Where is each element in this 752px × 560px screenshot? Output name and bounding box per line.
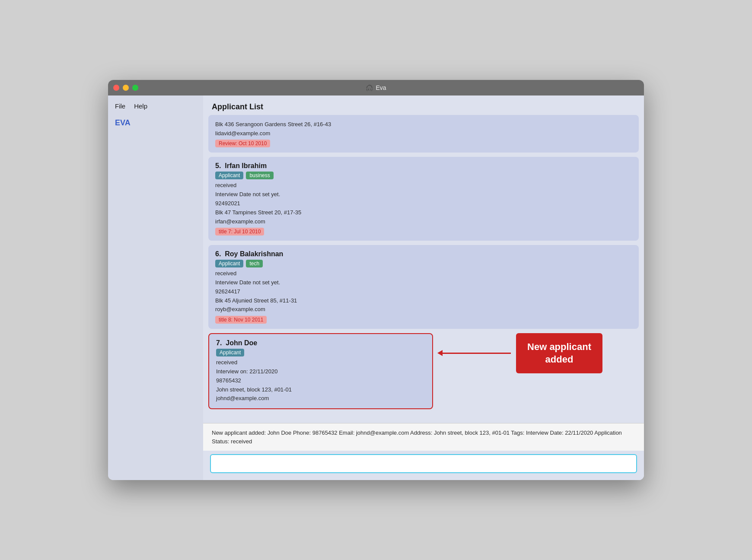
card-status-6: received [215,269,632,278]
status-message: New applicant added: John Doe Phone: 987… [212,430,622,445]
applicant-card-7-container: 7. John Doe Applicant received Interview… [208,333,433,414]
minimize-button[interactable] [123,85,129,91]
app-window: 🎧 Eva File Help EVA Applicant List Blk 4… [108,80,644,480]
card-email-6: royb@example.com [215,305,632,314]
applicant-list: Blk 436 Serangoon Gardens Street 26, #16… [203,115,644,423]
card-phone-6: 92624417 [215,287,632,296]
status-bar: New applicant added: John Doe Phone: 987… [203,423,644,451]
new-applicant-label: New applicantadded [516,333,602,373]
traffic-lights [113,85,138,91]
page-title: Applicant List [203,95,644,115]
menubar: File Help [108,99,203,113]
tag-business-5: business [246,172,273,179]
card-address-6: Blk 45 Aljunied Street 85, #11-31 [215,296,632,305]
card-address-1: Blk 436 Serangoon Gardens Street 26, #16… [215,120,632,129]
new-applicant-annotation: New applicantadded [433,333,639,373]
tag-tech-6: tech [246,260,263,267]
card-phone-7: 98765432 [216,376,425,385]
card-date-5: title 7: Jul 10 2010 [215,228,264,235]
input-bar [203,451,644,480]
sidebar-brand: EVA [108,113,203,133]
card-status-7: received [216,358,425,367]
card-date-6: title 8: Nov 10 2011 [215,316,267,324]
command-input[interactable] [210,454,637,473]
applicant-card-7[interactable]: 7. John Doe Applicant received Interview… [208,333,433,409]
applicant-card-1[interactable]: Blk 436 Serangoon Gardens Street 26, #16… [208,115,639,153]
card-email-7: johnd@example.com [216,394,425,403]
tag-applicant-5: Applicant [215,172,243,179]
window-body: File Help EVA Applicant List Blk 436 Ser… [108,95,644,480]
menu-file[interactable]: File [115,102,125,110]
card-interview-7: Interview on: 22/11/2020 [216,367,425,376]
card-address-5: Blk 47 Tampines Street 20, #17-35 [215,208,632,217]
card-name-6: 6. Roy Balakrishnan [215,250,632,258]
card-address-7: John street, block 123, #01-01 [216,385,425,395]
card-status-5: received [215,181,632,190]
card-name-5: 5. Irfan Ibrahim [215,162,632,170]
main-content: Applicant List Blk 436 Serangoon Gardens… [203,95,644,480]
applicant-card-5[interactable]: 5. Irfan Ibrahim Applicant business rece… [208,157,639,241]
maximize-button[interactable] [132,85,138,91]
tag-applicant-7: Applicant [216,349,244,356]
card-date-1: Review: Oct 10 2010 [215,140,270,147]
card-phone-5: 92492021 [215,199,632,208]
close-button[interactable] [113,85,119,91]
headphone-icon: 🎧 [366,84,373,91]
card-email-5: irfan@example.com [215,217,632,226]
card-name-7: 7. John Doe [216,339,425,347]
card-email-1: lidavid@example.com [215,129,632,138]
card-tags-5: Applicant business [215,172,632,179]
window-title: 🎧 Eva [366,84,386,91]
titlebar: 🎧 Eva [108,80,644,95]
card-tags-6: Applicant tech [215,260,632,267]
sidebar: File Help EVA [108,95,203,480]
card-tags-7: Applicant [216,349,425,356]
card7-annotation-wrapper: 7. John Doe Applicant received Interview… [208,333,639,414]
menu-help[interactable]: Help [134,102,147,110]
card-interview-5: Interview Date not set yet. [215,190,632,199]
card-interview-6: Interview Date not set yet. [215,278,632,287]
applicant-card-6[interactable]: 6. Roy Balakrishnan Applicant tech recei… [208,245,639,329]
tag-applicant-6: Applicant [215,260,243,267]
